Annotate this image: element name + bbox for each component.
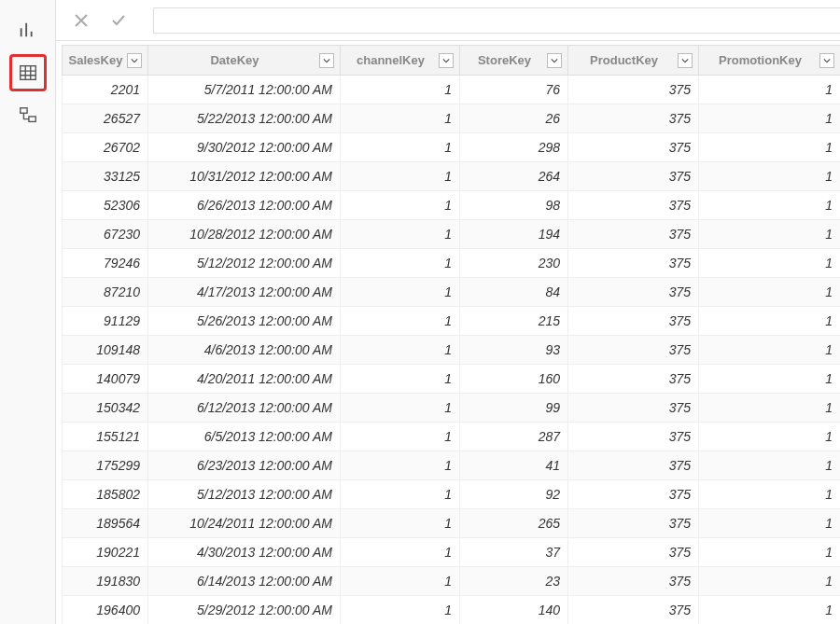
table-row[interactable]: 6723010/28/2012 12:00:00 AM11943751 — [63, 220, 841, 249]
cell-PromotionKey[interactable]: 1 — [699, 76, 841, 104]
cell-PromotionKey[interactable]: 1 — [699, 336, 841, 365]
cell-PromotionKey[interactable]: 1 — [699, 133, 841, 162]
cell-PromotionKey[interactable]: 1 — [699, 162, 841, 191]
table-row[interactable]: 267029/30/2012 12:00:00 AM12983751 — [63, 133, 841, 162]
cell-SalesKey[interactable]: 26527 — [63, 104, 148, 133]
cell-SalesKey[interactable]: 191830 — [63, 567, 148, 596]
cell-DateKey[interactable]: 5/7/2011 12:00:00 AM — [148, 76, 341, 104]
table-row[interactable]: 1400794/20/2011 12:00:00 AM11603751 — [63, 365, 841, 394]
cell-StoreKey[interactable]: 37 — [460, 538, 568, 567]
cell-SalesKey[interactable]: 190221 — [63, 538, 148, 567]
cell-SalesKey[interactable]: 185802 — [63, 480, 148, 509]
cell-StoreKey[interactable]: 23 — [460, 567, 568, 596]
cell-PromotionKey[interactable]: 1 — [699, 423, 841, 451]
cell-ProductKey[interactable]: 375 — [568, 133, 699, 162]
cell-StoreKey[interactable]: 140 — [460, 596, 568, 625]
filter-dropdown-button[interactable] — [678, 53, 693, 68]
cell-PromotionKey[interactable]: 1 — [699, 191, 841, 220]
cell-channelKey[interactable]: 1 — [341, 480, 460, 509]
cell-DateKey[interactable]: 5/22/2013 12:00:00 AM — [148, 104, 341, 133]
cell-PromotionKey[interactable]: 1 — [699, 394, 841, 423]
cell-SalesKey[interactable]: 52306 — [63, 191, 148, 220]
table-row[interactable]: 1551216/5/2013 12:00:00 AM12873751 — [63, 423, 841, 451]
cell-StoreKey[interactable]: 287 — [460, 423, 568, 451]
cell-PromotionKey[interactable]: 1 — [699, 365, 841, 394]
cell-StoreKey[interactable]: 265 — [460, 509, 568, 538]
cell-DateKey[interactable]: 4/17/2013 12:00:00 AM — [148, 278, 341, 307]
cell-StoreKey[interactable]: 76 — [460, 76, 568, 104]
cell-StoreKey[interactable]: 160 — [460, 365, 568, 394]
cell-ProductKey[interactable]: 375 — [568, 423, 699, 451]
cell-ProductKey[interactable]: 375 — [568, 278, 699, 307]
table-row[interactable]: 1918306/14/2013 12:00:00 AM1233751 — [63, 567, 841, 596]
column-header-PromotionKey[interactable]: PromotionKey — [699, 46, 841, 76]
cell-channelKey[interactable]: 1 — [341, 567, 460, 596]
cell-channelKey[interactable]: 1 — [341, 307, 460, 336]
cell-channelKey[interactable]: 1 — [341, 249, 460, 278]
column-header-DateKey[interactable]: DateKey — [148, 46, 341, 76]
cell-channelKey[interactable]: 1 — [341, 162, 460, 191]
cell-channelKey[interactable]: 1 — [341, 596, 460, 625]
cell-ProductKey[interactable]: 375 — [568, 104, 699, 133]
cell-SalesKey[interactable]: 2201 — [63, 76, 148, 104]
cell-PromotionKey[interactable]: 1 — [699, 451, 841, 480]
column-header-SalesKey[interactable]: SalesKey — [63, 46, 148, 76]
table-row[interactable]: 523066/26/2013 12:00:00 AM1983751 — [63, 191, 841, 220]
table-row[interactable]: 22015/7/2011 12:00:00 AM1763751 — [63, 76, 841, 104]
cell-DateKey[interactable]: 4/20/2011 12:00:00 AM — [148, 365, 341, 394]
table-row[interactable]: 792465/12/2012 12:00:00 AM12303751 — [63, 249, 841, 278]
filter-dropdown-button[interactable] — [819, 53, 834, 68]
cell-DateKey[interactable]: 10/24/2011 12:00:00 AM — [148, 509, 341, 538]
cell-ProductKey[interactable]: 375 — [568, 162, 699, 191]
table-row[interactable]: 1752996/23/2013 12:00:00 AM1413751 — [63, 451, 841, 480]
cell-channelKey[interactable]: 1 — [341, 220, 460, 249]
cell-channelKey[interactable]: 1 — [341, 394, 460, 423]
filter-dropdown-button[interactable] — [127, 53, 142, 68]
cell-ProductKey[interactable]: 375 — [568, 480, 699, 509]
cell-PromotionKey[interactable]: 1 — [699, 249, 841, 278]
cell-PromotionKey[interactable]: 1 — [699, 538, 841, 567]
cell-channelKey[interactable]: 1 — [341, 509, 460, 538]
cell-SalesKey[interactable]: 67230 — [63, 220, 148, 249]
cell-StoreKey[interactable]: 298 — [460, 133, 568, 162]
cell-SalesKey[interactable]: 109148 — [63, 336, 148, 365]
cell-channelKey[interactable]: 1 — [341, 191, 460, 220]
table-row[interactable]: 1503426/12/2013 12:00:00 AM1993751 — [63, 394, 841, 423]
cell-ProductKey[interactable]: 375 — [568, 76, 699, 104]
column-header-channelKey[interactable]: channelKey — [341, 46, 460, 76]
cell-PromotionKey[interactable]: 1 — [699, 278, 841, 307]
commit-button[interactable] — [103, 5, 134, 36]
cell-SalesKey[interactable]: 140079 — [63, 365, 148, 394]
cell-DateKey[interactable]: 5/29/2012 12:00:00 AM — [148, 596, 341, 625]
table-row[interactable]: 1858025/12/2013 12:00:00 AM1923751 — [63, 480, 841, 509]
cell-PromotionKey[interactable]: 1 — [699, 596, 841, 625]
cell-channelKey[interactable]: 1 — [341, 278, 460, 307]
cell-SalesKey[interactable]: 189564 — [63, 509, 148, 538]
cancel-button[interactable] — [65, 5, 97, 36]
table-row[interactable]: 1964005/29/2012 12:00:00 AM11403751 — [63, 596, 841, 625]
cell-PromotionKey[interactable]: 1 — [699, 104, 841, 133]
cell-StoreKey[interactable]: 99 — [460, 394, 568, 423]
cell-ProductKey[interactable]: 375 — [568, 191, 699, 220]
cell-ProductKey[interactable]: 375 — [568, 509, 699, 538]
cell-PromotionKey[interactable]: 1 — [699, 480, 841, 509]
table-row[interactable]: 911295/26/2013 12:00:00 AM12153751 — [63, 307, 841, 336]
cell-PromotionKey[interactable]: 1 — [699, 307, 841, 336]
cell-ProductKey[interactable]: 375 — [568, 538, 699, 567]
cell-DateKey[interactable]: 9/30/2012 12:00:00 AM — [148, 133, 341, 162]
filter-dropdown-button[interactable] — [439, 53, 454, 68]
cell-channelKey[interactable]: 1 — [341, 336, 460, 365]
cell-PromotionKey[interactable]: 1 — [699, 509, 841, 538]
cell-ProductKey[interactable]: 375 — [568, 596, 699, 625]
cell-DateKey[interactable]: 10/28/2012 12:00:00 AM — [148, 220, 341, 249]
table-row[interactable]: 872104/17/2013 12:00:00 AM1843751 — [63, 278, 841, 307]
cell-channelKey[interactable]: 1 — [341, 133, 460, 162]
cell-SalesKey[interactable]: 196400 — [63, 596, 148, 625]
cell-channelKey[interactable]: 1 — [341, 76, 460, 104]
cell-SalesKey[interactable]: 87210 — [63, 278, 148, 307]
cell-SalesKey[interactable]: 155121 — [63, 423, 148, 451]
cell-SalesKey[interactable]: 26702 — [63, 133, 148, 162]
cell-StoreKey[interactable]: 93 — [460, 336, 568, 365]
cell-StoreKey[interactable]: 98 — [460, 191, 568, 220]
cell-ProductKey[interactable]: 375 — [568, 220, 699, 249]
